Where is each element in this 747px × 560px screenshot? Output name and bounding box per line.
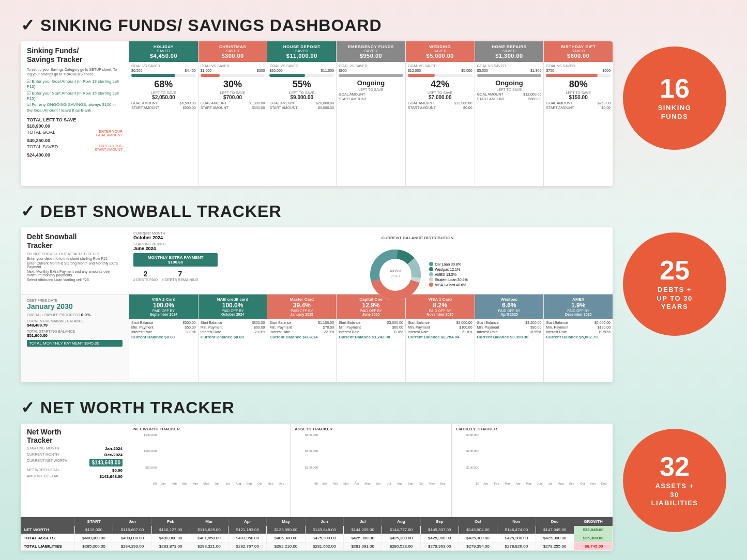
nw-td-assets-feb: $400,000.00 (152, 534, 190, 542)
nw-current-month-row: CURRENT MONTH Dec-2024 (27, 453, 123, 457)
nw-assets-y-axis: $500,000 $400,000 $200,000 $0 (295, 433, 318, 485)
ds-instr-2: Enter your debt info to this sheet start… (27, 257, 123, 260)
sf-holiday-bar-labels: $6,500$4,450 (131, 69, 196, 72)
asset-bar-jul: Jul (385, 481, 394, 485)
sf-badge-text: SINKINGFUNDS (658, 104, 692, 121)
nw-bar-apr: Apr (191, 481, 200, 485)
sf-col-holiday: HOLIDAY SAVED $4,450.00 GOAL VS SAVED $6… (129, 41, 199, 186)
sf-col-birthday-header: BIRTHDAY GIFT SAVED $600.00 (544, 41, 613, 62)
ds-free-date: January 2030 (27, 302, 123, 310)
sf-instruction-2: ☑ Enter your Start Amount (in Row 15 sta… (27, 91, 123, 102)
debt-snowball-header: ✓ DEBT SNOWBALL TRACKER (21, 201, 726, 221)
ds-top: Debt SnowballTracker DO NOT EDIT/FILL OU… (21, 227, 613, 294)
sf-christmas-bar-labels: $1,000$300 (201, 69, 265, 72)
debt-col-amex: AMEX 1.9% PAID OFF BY December 2026 Star… (544, 294, 613, 382)
debt-snowball-row: Debt SnowballTracker DO NOT EDIT/FILL OU… (21, 227, 726, 382)
sf-homerepairs-progress-bar (477, 74, 542, 77)
nw-th-sep: Sep (421, 517, 459, 526)
debt-mastercard-start: Start Balance$1,100.00 (269, 321, 334, 324)
nw-assets-chart-wrapper: $500,000 $400,000 $200,000 $0 Jan Feb Ma… (295, 433, 447, 485)
sf-holiday-start-detail: START AMOUNT$500.00 (131, 106, 196, 110)
sf-goal-label: TOTAL GOAL (27, 130, 55, 137)
nw-td-assets-jul: $425,300.00 (344, 534, 382, 542)
sf-col-christmas: CHRISTMAS SAVED $300.00 GOAL VS SAVED $1… (199, 41, 268, 186)
donut-chart: 40.6% VISA 1 (367, 246, 424, 303)
nw-bar-sep-label: Sep (247, 482, 252, 485)
nw-table: START Jan Feb Mar Apr May Jun Jul Aug Se… (21, 517, 613, 551)
liab-bar-apr-label: Apr (515, 482, 520, 485)
asset-bar-sep-label: Sep (408, 482, 414, 485)
debt-mastercard-paid-by: January 2025 (269, 313, 334, 316)
nw-td-networth-start: $115,000 (75, 526, 113, 534)
liab-bar-may-label: May (526, 482, 531, 485)
nw-th-label (21, 517, 75, 526)
debt-nab-current: Current Balance $0.00 (201, 335, 265, 339)
sf-holiday-goal-row: GOAL VS SAVED (131, 64, 196, 68)
ds-current-balance-val: $48,489.79 (27, 323, 123, 328)
liab-bar-sep-label: Sep (569, 482, 575, 485)
nw-td-liabilities-apr: $282,767.00 (228, 542, 267, 550)
debt-nab-paid-by: October 2024 (201, 313, 265, 316)
debt-visa1-rate: Interest Rate21.0% (408, 330, 472, 334)
sf-holiday-progress-bar (131, 74, 196, 77)
nw-td-networth-oct: $145,904.00 (459, 526, 497, 534)
ds-instr-3: Enter Current Month & Starting Month and… (27, 261, 123, 269)
sf-col-wedding-header: WEDDING SAVED $5,000.00 (406, 41, 475, 62)
ds-total-monthly-val: $945.00 (84, 341, 99, 346)
nw-bar-nov: Nov (266, 481, 276, 485)
sf-birthday-goal-detail: GOAL AMOUNT$750.00 (546, 101, 611, 105)
sf-left-panel: Sinking Funds/Savings Tracker To set up … (21, 41, 129, 186)
ds-overall-progress-label: OVERALL PAYOFF PROGRESS (27, 313, 80, 317)
sf-holiday-name: HOLIDAY (131, 44, 196, 49)
sf-col-emergency: EMERGENCY FUNDS SAVED $950.00 GOAL VS SA… (337, 41, 406, 186)
net-worth-header: ✓ NET WORTH TRACKER (21, 398, 726, 417)
svg-text:VISA 1: VISA 1 (391, 275, 401, 278)
asset-bar-jul-label: Jul (387, 482, 391, 485)
nw-networth-y-axis: $130,000 $100,000 $50,000 $0 (133, 433, 157, 485)
sf-badge-num: 16 (660, 75, 690, 102)
nw-td-assets-jan: $400,000.00 (113, 534, 151, 542)
sf-house-saved-label: SAVED (269, 49, 334, 53)
sf-col-homerepairs-body: GOAL VS SAVED $5,000$1,300 Ongoing LEFT … (475, 62, 544, 186)
sf-col-holiday-header: HOLIDAY SAVED $4,450.00 (129, 41, 198, 62)
sf-homerepairs-percent: Ongoing (477, 79, 542, 87)
sf-christmas-name: CHRISTMAS (201, 44, 265, 49)
nw-td-networth-label: NET WORTH (21, 526, 75, 534)
ds-debts-paid-label: # DEBTS PAID (133, 278, 158, 282)
sf-wedding-amount: $5,000.00 (408, 53, 472, 59)
asset-bar-mar: Mar (342, 481, 351, 485)
sf-house-progress-fill (269, 74, 305, 77)
asset-bar-may: May (363, 481, 372, 485)
ds-debts-remaining-stat: 7 # DEBTS REMAINING (162, 270, 199, 282)
sf-goal-val-row: $40,250.00 (27, 138, 123, 143)
sinking-funds-section: ✓ SINKING FUNDS/ SAVINGS DASHBOARD Sinki… (21, 15, 726, 186)
asset-bar-nov-label: Nov (429, 482, 435, 485)
debt-capitalone-paid-label: PAID OFF BY (339, 309, 403, 313)
net-worth-section: ✓ NET WORTH TRACKER Net WorthTracker STA… (21, 398, 726, 551)
asset-bar-feb-label: Feb (332, 482, 338, 485)
sf-emergency-progress-bar (339, 74, 403, 77)
legend-dot-visa1 (429, 283, 433, 287)
asset-bar-sep: Sep (406, 481, 415, 485)
legend-dot-westpac (429, 267, 433, 271)
sf-homerepairs-amount: $1,300.00 (477, 53, 542, 59)
sf-christmas-goal-row: GOAL VS SAVED (201, 64, 265, 68)
sf-birthday-goal-row: GOAL VS SAVED (546, 64, 611, 68)
debt-col-visa2-body: Start Balance$500.00 Min. Payment$50.00 … (129, 319, 198, 341)
nw-current-month-val: Dec-2024 (104, 453, 123, 457)
legend-carloan: Car Loan 30.8% (429, 262, 467, 266)
sf-saved-val-row: $24,400.00 (27, 152, 123, 158)
ds-debts-remaining-label: # DEBTS REMAINING (162, 278, 199, 282)
donut-container: 40.6% VISA 1 Car Loan 30.8% (226, 246, 608, 303)
debt-col-visa2: VISA 2-Card 100.0% PAID OFF BY September… (129, 294, 199, 382)
nw-th-mar: Mar (190, 517, 228, 526)
nw-td-networth-jun: $143,648.00 (306, 526, 344, 534)
sf-birthday-start-detail: START AMOUNT$0.00 (546, 106, 611, 110)
ds-bottom: DEBT FREE DATE January 2030 OVERALL PAYO… (21, 294, 613, 382)
asset-bar-feb: Feb (331, 481, 340, 485)
nw-liab-y-mid2: $200,000 (456, 449, 479, 453)
sf-right-panel: HOLIDAY SAVED $4,450.00 GOAL VS SAVED $6… (129, 41, 613, 186)
debt-col-visa1-body: Start Balance$3,000.00 Min. Payment$100.… (406, 319, 475, 341)
nw-liabilities-bars: Jan Feb Mar Apr May Jun Jul Aug Sep Oc (481, 433, 608, 485)
legend-westpac: Westpac 12.1% (429, 267, 467, 271)
